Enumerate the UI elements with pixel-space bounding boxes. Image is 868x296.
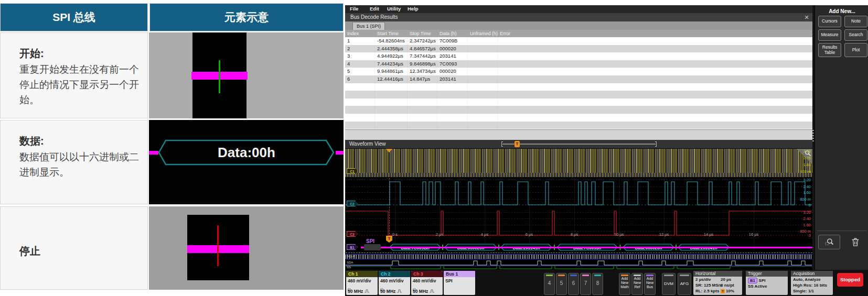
stopped-button[interactable]: Stopped: [837, 273, 863, 287]
doc-header-element: 元素示意: [149, 3, 344, 31]
zoom-tool-button[interactable]: [818, 235, 840, 249]
channel-badge-1[interactable]: Ch 1460 mV/div50 MHz: [346, 271, 378, 295]
add-new-ref-button[interactable]: Add New Ref: [631, 273, 643, 295]
acquisition-panel[interactable]: Acquisition Auto, Analyze High Res: 16 b…: [791, 271, 833, 295]
doc-header-element-label: 元素示意: [224, 10, 269, 25]
add-new-math-button[interactable]: Add New Math: [619, 273, 630, 295]
time-label: 2 µs: [436, 232, 443, 237]
scale-label: 0: [790, 233, 811, 238]
close-icon[interactable]: ✕: [802, 13, 811, 21]
table-row[interactable]: 59.944861µs12.34734µs000020: [345, 68, 812, 75]
acquisition-panel-title: Acquisition: [791, 271, 833, 277]
doc-header-spi-bus-label: SPI 总线: [52, 10, 95, 25]
data-figure-label: Data:00h: [218, 145, 275, 160]
table-row[interactable]: [345, 91, 812, 98]
menu-file[interactable]: File: [350, 6, 358, 12]
dvm-button[interactable]: DVM: [662, 273, 676, 295]
channel-badge-2[interactable]: Ch 2460 mV/div50 MHz: [379, 271, 410, 295]
add-new-title: Add New...: [815, 8, 868, 14]
trigger-indicator-icon[interactable]: [386, 149, 392, 152]
scale-label: 3.20: [790, 178, 811, 182]
add-new-plot-button[interactable]: Plot: [844, 43, 867, 57]
results-panel-title: Bus Decode Results: [345, 13, 812, 21]
menu-help[interactable]: Help: [408, 6, 419, 12]
trigger-source-badge: B1: [748, 278, 757, 283]
column-header: Stop Time: [408, 30, 437, 37]
add-new-cursors-button[interactable]: Cursors: [818, 16, 841, 27]
page: SPI 总线 元素示意 开始: 重复开始发生在没有前一个停止的情况下显示另一个开…: [0, 0, 868, 296]
table-row[interactable]: [345, 98, 812, 106]
time-label: 0 s: [392, 232, 398, 237]
right-panel: Add New... CursorsNoteMeasureSearchResul…: [814, 5, 868, 270]
doc-data-figure: Data:00h: [149, 120, 344, 204]
afg-button[interactable]: AFG: [678, 273, 691, 295]
start-figure-start-marker: [219, 60, 220, 93]
stop-figure-stop-marker: [217, 225, 219, 266]
scale-label: 2.76: [790, 156, 811, 160]
bandwidth-icon: [430, 289, 434, 293]
add-new-note-button[interactable]: Note: [844, 16, 867, 27]
bus1-bottom-badge[interactable]: Bus 1SPI: [444, 271, 475, 295]
channel-4-button[interactable]: 4: [544, 273, 555, 295]
doc-stop-heading: 停止: [19, 243, 142, 259]
table-row[interactable]: [345, 122, 812, 129]
bus-spi-label: SPI: [366, 238, 374, 244]
table-row[interactable]: 34.944922µs7.347442µs203141: [345, 52, 812, 60]
time-label: 14 µs: [704, 232, 714, 237]
channel-badge-3[interactable]: Ch 3460 mV/div50 MHz: [411, 271, 443, 295]
panel-resize-strip[interactable]: [345, 129, 812, 140]
channel-6-button[interactable]: 6: [568, 273, 579, 295]
column-header: Start Time: [375, 30, 408, 37]
decode-table-body: 1-54.82604ns2.347242µs7C009B22.444358µs4…: [345, 37, 812, 129]
trigger-panel-title: Trigger: [746, 271, 788, 277]
slider-left-bracket: [501, 141, 503, 147]
menu-edit[interactable]: Edit: [370, 6, 379, 12]
trigger-position-marker[interactable]: T: [515, 141, 520, 147]
scale-label: 3.68: [790, 149, 811, 154]
bandwidth-icon: [397, 289, 402, 293]
table-row[interactable]: 47.444234µs9.846898µs7C0093: [345, 60, 812, 68]
data-figure-bus-line-right: [336, 151, 344, 155]
table-row[interactable]: [345, 114, 812, 122]
oscilloscope-app: File Edit Utility Help Bus Decode Result…: [345, 5, 868, 296]
sda-label: SDA: [347, 261, 353, 264]
time-label: 10 µs: [614, 232, 624, 237]
zoom-tool-icon: [824, 237, 834, 247]
bus-muted-box: [364, 244, 381, 250]
delete-button[interactable]: [844, 235, 866, 249]
bus-idle-line: [361, 247, 812, 248]
add-new-search-button[interactable]: Search: [844, 29, 867, 41]
table-row[interactable]: 1-54.82604ns2.347242µs7C009B: [345, 37, 812, 45]
sclk-digital-trace: [346, 254, 812, 259]
scale-label: 920 m: [790, 169, 811, 174]
column-header: Index: [345, 30, 375, 37]
doc-header-spi-bus: SPI 总线: [0, 3, 148, 31]
doc-data-body: 数据值可以以十六进制或二进制显示。: [19, 150, 142, 180]
tab-bus1-spi[interactable]: Bus 1 (SPI): [352, 22, 385, 30]
sda-rail: [346, 266, 812, 266]
table-row[interactable]: 612.44416µs14.847µs203141: [345, 75, 812, 83]
channel-8-button[interactable]: 8: [592, 273, 603, 295]
time-label: 12 µs: [659, 232, 669, 237]
channel-5-button[interactable]: 5: [556, 273, 567, 295]
menu-utility[interactable]: Utility: [387, 6, 401, 12]
channel-7-button[interactable]: 7: [580, 273, 591, 295]
table-row[interactable]: [345, 106, 812, 114]
trigger-panel[interactable]: Trigger B1SPI SS Active: [746, 271, 788, 295]
time-label: 8 µs: [571, 232, 578, 237]
table-row[interactable]: [345, 83, 812, 91]
scale-label: 800 m: [790, 197, 811, 202]
doc-stop-figure: [149, 206, 344, 290]
add-new-results-table-button[interactable]: Results Table: [818, 43, 841, 57]
right-panel-divider: [817, 231, 867, 231]
table-row[interactable]: 22.444358µs4.846572µs000020: [345, 45, 812, 53]
waveform-view-label: Waveform View: [349, 141, 385, 147]
bandwidth-icon: [365, 289, 369, 293]
add-new-bus-button[interactable]: Add New Bus: [644, 273, 656, 295]
horizontal-position-slider[interactable]: T: [502, 144, 656, 145]
ss-label: SS: [347, 266, 351, 269]
doc-start-body: 重复开始发生在没有前一个停止的情况下显示另一个开始。: [19, 62, 142, 108]
time-label: 6 µs: [526, 232, 533, 237]
horizontal-panel[interactable]: Horizontal 2 µs/div20 µs SR: 125 MS/s8 n…: [693, 271, 742, 295]
add-new-measure-button[interactable]: Measure: [818, 29, 841, 41]
